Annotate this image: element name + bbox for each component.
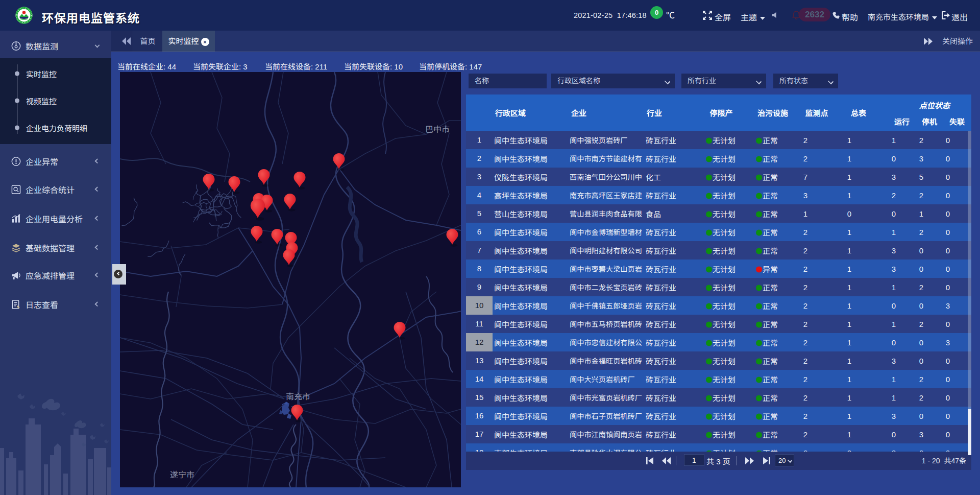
svg-text:遂宁市: 遂宁市 — [170, 470, 194, 479]
svg-text:巴中市: 巴中市 — [425, 125, 450, 134]
svg-text:南充市: 南充市 — [286, 392, 310, 401]
